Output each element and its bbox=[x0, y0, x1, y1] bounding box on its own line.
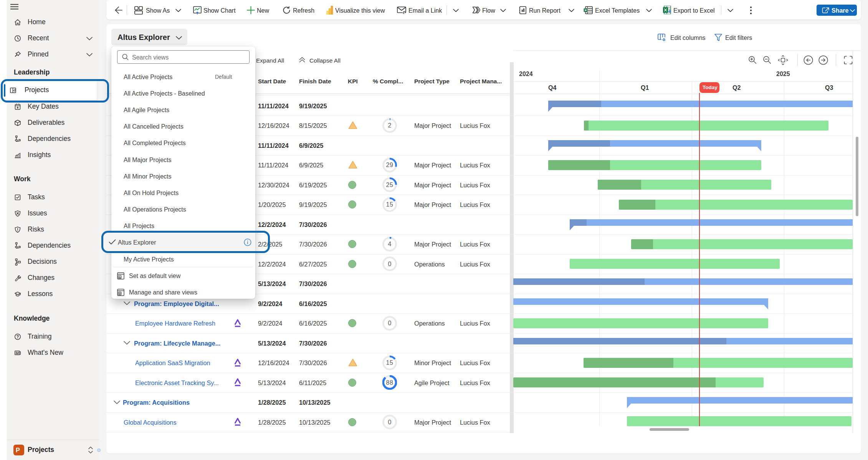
svg-text:A: A bbox=[119, 275, 121, 279]
